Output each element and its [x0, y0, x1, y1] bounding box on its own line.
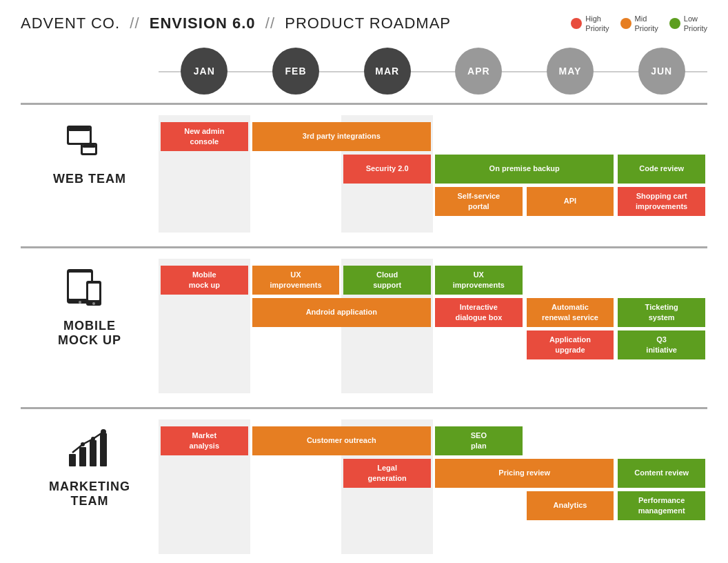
month-bubble-may: MAY: [547, 48, 594, 95]
mobile-team-label: MOBILEMOCK UP: [21, 259, 159, 355]
svg-point-18: [81, 442, 85, 446]
timeline-line: [159, 71, 707, 72]
web-team-icon: [65, 122, 114, 166]
svg-point-11: [92, 302, 95, 305]
high-priority-dot: [571, 18, 582, 29]
mobile-team-name: MOBILEMOCK UP: [58, 319, 121, 348]
task-seo-plan: SEOplan: [433, 426, 525, 455]
low-priority-label: LowPriority: [684, 14, 707, 34]
web-team-name: WEB TEAM: [53, 172, 126, 187]
task-q3-initiative: Q3initiative: [616, 330, 707, 359]
task-auto-renewal: Automaticrenewal service: [525, 298, 616, 327]
task-self-service: Self-serviceportal: [433, 187, 525, 216]
marketing-team-section: MARKETINGTEAM Marketanalysis Customer ou…: [21, 407, 707, 563]
marketing-team-name: MARKETINGTEAM: [49, 480, 130, 509]
svg-rect-14: [90, 440, 97, 466]
low-priority-dot: [669, 18, 680, 29]
legend-low: LowPriority: [669, 14, 707, 34]
task-cloud-support: Cloudsupport: [341, 266, 433, 295]
high-priority-label: HighPriority: [585, 14, 609, 34]
task-ux-imp-2: UXimprovements: [433, 266, 525, 295]
task-legal-generation: Legalgeneration: [341, 459, 433, 488]
svg-point-8: [79, 301, 81, 304]
mid-priority-dot: [620, 18, 631, 29]
web-team-section: WEB TEAM New adminconsole 3rd party inte…: [21, 103, 707, 246]
web-team-grid: New adminconsole 3rd party integrations …: [159, 115, 707, 233]
month-bubble-jan: JAN: [181, 48, 228, 95]
task-android: Android application: [250, 298, 433, 327]
mobile-team-icon: [65, 266, 114, 313]
month-bubble-feb: FEB: [272, 48, 319, 95]
task-on-premise: On premise backup: [433, 155, 616, 184]
month-bubble-jun: JUN: [638, 48, 685, 95]
svg-rect-10: [88, 284, 99, 300]
marketing-team-label: MARKETINGTEAM: [21, 419, 159, 516]
svg-rect-15: [100, 433, 107, 466]
marketing-team-icon: [65, 426, 114, 474]
task-code-review: Code review: [616, 155, 707, 184]
task-app-upgrade: Applicationupgrade: [525, 330, 616, 359]
svg-point-16: [101, 429, 106, 435]
svg-rect-5: [83, 145, 95, 148]
task-api: API: [525, 187, 616, 216]
timeline: JAN FEB MAR APR MAY JUN: [21, 48, 707, 563]
task-ux-imp-1: UXimprovements: [250, 266, 342, 295]
page-title: ADVENT CO. // ENVISION 6.0 // PRODUCT RO…: [21, 14, 451, 32]
month-bubble-apr: APR: [455, 48, 502, 95]
svg-rect-2: [69, 128, 90, 131]
task-analytics: Analytics: [525, 491, 616, 520]
task-mobile-mockup: Mobilemock up: [159, 266, 250, 295]
legend-high: HighPriority: [571, 14, 609, 34]
mobile-team-grid: Mobilemock up UXimprovements Cloudsuppor…: [159, 259, 707, 393]
task-pricing-review: Pricing review: [433, 459, 616, 488]
mobile-team-section: MOBILEMOCK UP Mobilemock up UXimprovemen…: [21, 246, 707, 407]
month-bubble-mar: MAR: [364, 48, 411, 95]
web-team-label: WEB TEAM: [21, 115, 159, 194]
task-ticketing: Ticketingsystem: [616, 298, 707, 327]
task-3rd-party: 3rd party integrations: [250, 122, 433, 151]
svg-rect-12: [69, 454, 76, 466]
task-performance-mgmt: Performancemanagement: [616, 491, 707, 520]
task-interactive-dialogue: Interactivedialogue box: [433, 298, 525, 327]
legend-mid: MidPriority: [620, 14, 658, 34]
task-shopping-cart: Shopping cartimprovements: [616, 187, 707, 216]
task-security: Security 2.0: [341, 155, 433, 184]
marketing-team-grid: Marketanalysis Customer outreach SEOplan…: [159, 419, 707, 554]
task-new-admin: New adminconsole: [159, 122, 250, 151]
mid-priority-label: MidPriority: [635, 14, 658, 34]
task-market-analysis: Marketanalysis: [159, 426, 250, 455]
task-content-review: Content review: [616, 459, 707, 488]
legend: HighPriority MidPriority LowPriority: [571, 14, 707, 34]
header: ADVENT CO. // ENVISION 6.0 // PRODUCT RO…: [21, 14, 707, 34]
svg-rect-13: [79, 447, 86, 466]
svg-point-17: [91, 437, 95, 441]
page: ADVENT CO. // ENVISION 6.0 // PRODUCT RO…: [0, 0, 728, 563]
task-customer-outreach: Customer outreach: [250, 426, 433, 455]
